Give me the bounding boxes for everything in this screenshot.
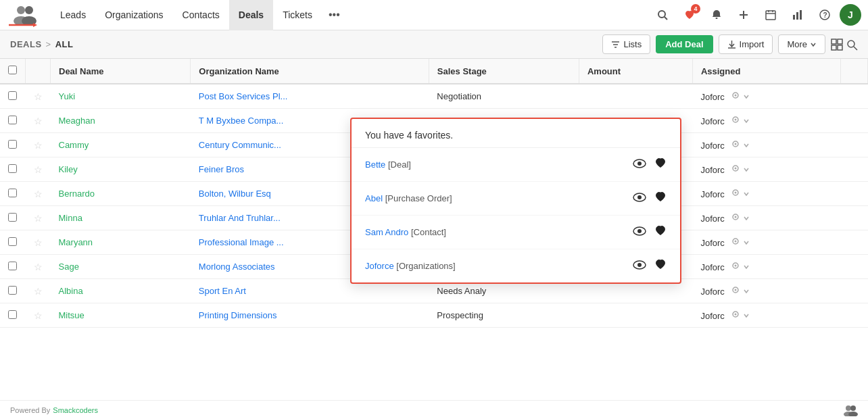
more-button[interactable]: More [778, 34, 825, 54]
select-all-checkbox[interactable] [8, 66, 17, 74]
star-icon[interactable]: ☆ [34, 164, 43, 175]
org-name-link[interactable]: Sport En Art [199, 286, 246, 296]
row-checkbox[interactable] [8, 237, 17, 246]
row-chevron-icon[interactable] [743, 189, 750, 199]
row-chevron-icon[interactable] [743, 141, 750, 151]
star-icon[interactable]: ☆ [34, 310, 43, 321]
star-icon[interactable]: ☆ [34, 140, 43, 151]
org-name-link[interactable]: Post Box Services Pl... [199, 91, 288, 101]
deal-name-link[interactable]: Minna [59, 213, 82, 223]
popup-heart-icon[interactable] [654, 191, 667, 205]
lists-button[interactable]: Lists [602, 34, 650, 54]
row-view-icon[interactable] [731, 189, 743, 199]
row-checkbox-cell [0, 84, 26, 109]
nav-more-dots[interactable]: ••• [322, 1, 347, 29]
row-checkbox[interactable] [8, 164, 17, 173]
org-name-link[interactable]: Professional Image ... [199, 237, 284, 247]
help-btn[interactable]: ? [813, 3, 837, 27]
svg-rect-16 [796, 12, 798, 20]
popup-heart-icon[interactable] [654, 259, 667, 273]
row-view-icon[interactable] [731, 92, 743, 102]
deal-name-link[interactable]: Cammy [59, 140, 89, 150]
org-name-link[interactable]: Truhlar And Truhlar... [199, 213, 281, 223]
row-checkbox[interactable] [8, 116, 17, 124]
import-button[interactable]: Import [719, 34, 773, 54]
star-icon[interactable]: ☆ [34, 91, 43, 102]
favorites-popup[interactable]: You have 4 favorites. Bette [Deal] Abel … [350, 118, 681, 284]
star-icon[interactable]: ☆ [34, 286, 43, 297]
row-view-icon[interactable] [731, 214, 743, 224]
popup-item-main-link[interactable]: Abel [365, 193, 383, 203]
org-name-link[interactable]: Morlong Associates [199, 262, 275, 272]
logo[interactable] [7, 1, 47, 28]
row-view-icon[interactable] [731, 238, 743, 248]
star-icon[interactable]: ☆ [34, 213, 43, 224]
row-checkbox[interactable] [8, 213, 17, 222]
popup-item-main-link[interactable]: Bette [365, 159, 385, 170]
row-checkbox[interactable] [8, 189, 17, 197]
user-avatar[interactable]: J [840, 4, 861, 26]
search-btn[interactable] [650, 3, 675, 27]
row-star-cell: ☆ [26, 133, 51, 157]
favorites-btn[interactable]: 4 [677, 3, 702, 27]
org-name-link[interactable]: T M Byxbee Compa... [199, 116, 283, 126]
row-chevron-icon[interactable] [743, 262, 750, 272]
popup-eye-icon[interactable] [633, 157, 646, 172]
nav-deals[interactable]: Deals [229, 0, 273, 30]
star-icon[interactable]: ☆ [34, 237, 43, 248]
org-name-link[interactable]: Bolton, Wilbur Esq [199, 189, 271, 199]
deal-name-link[interactable]: Maryann [59, 237, 93, 247]
search-view-icon[interactable] [846, 39, 858, 51]
row-checkbox[interactable] [8, 140, 17, 149]
deal-name-link[interactable]: Sage [59, 262, 79, 272]
row-view-icon[interactable] [731, 141, 743, 151]
popup-favorite-item: Bette [Deal] [352, 148, 680, 182]
row-view-icon[interactable] [731, 116, 743, 126]
org-name-link[interactable]: Feiner Bros [199, 164, 244, 174]
nav-organizations[interactable]: Organizations [95, 0, 172, 30]
popup-heart-icon[interactable] [654, 225, 667, 239]
star-icon[interactable]: ☆ [34, 262, 43, 272]
row-chevron-icon[interactable] [743, 116, 750, 126]
popup-eye-icon[interactable] [633, 259, 646, 273]
add-btn[interactable] [731, 3, 756, 27]
row-view-icon[interactable] [731, 165, 743, 175]
star-icon[interactable]: ☆ [34, 189, 43, 199]
deal-name-link[interactable]: Meaghan [59, 116, 95, 126]
deal-name-link[interactable]: Kiley [59, 164, 78, 174]
popup-eye-icon[interactable] [633, 225, 646, 239]
row-checkbox[interactable] [8, 310, 17, 319]
row-chevron-icon[interactable] [743, 311, 750, 321]
org-name-link[interactable]: Printing Dimensions [199, 310, 277, 320]
nav-leads[interactable]: Leads [51, 0, 95, 30]
deal-name-link[interactable]: Yuki [59, 91, 76, 101]
bell-btn[interactable] [704, 3, 729, 27]
row-chevron-icon[interactable] [743, 165, 750, 175]
star-icon[interactable]: ☆ [34, 116, 43, 126]
row-chevron-icon[interactable] [743, 92, 750, 102]
row-checkbox[interactable] [8, 91, 17, 100]
popup-heart-icon[interactable] [654, 157, 667, 172]
org-name-link[interactable]: Century Communic... [199, 140, 281, 150]
row-view-icon[interactable] [731, 262, 743, 272]
deal-name-link[interactable]: Mitsue [59, 310, 85, 320]
row-chevron-icon[interactable] [743, 238, 750, 248]
row-checkbox[interactable] [8, 286, 17, 295]
chart-btn[interactable] [786, 3, 810, 27]
deal-name-link[interactable]: Albina [59, 286, 83, 296]
row-view-icon[interactable] [731, 287, 743, 297]
calendar-btn[interactable] [758, 3, 783, 27]
row-chevron-icon[interactable] [743, 287, 750, 297]
popup-item-main-link[interactable]: Joforce [365, 261, 394, 271]
row-chevron-icon[interactable] [743, 214, 750, 224]
deal-name-link[interactable]: Bernardo [59, 189, 95, 199]
nav-tickets[interactable]: Tickets [273, 0, 322, 30]
popup-eye-icon[interactable] [633, 191, 646, 205]
footer-link[interactable]: Smackcoders [53, 406, 98, 414]
popup-item-main-link[interactable]: Sam Andro [365, 227, 408, 237]
row-view-icon[interactable] [731, 311, 743, 321]
nav-contacts[interactable]: Contacts [173, 0, 229, 30]
row-checkbox[interactable] [8, 262, 17, 270]
add-deal-button[interactable]: Add Deal [656, 35, 713, 53]
grid-view-icon[interactable] [831, 39, 843, 51]
